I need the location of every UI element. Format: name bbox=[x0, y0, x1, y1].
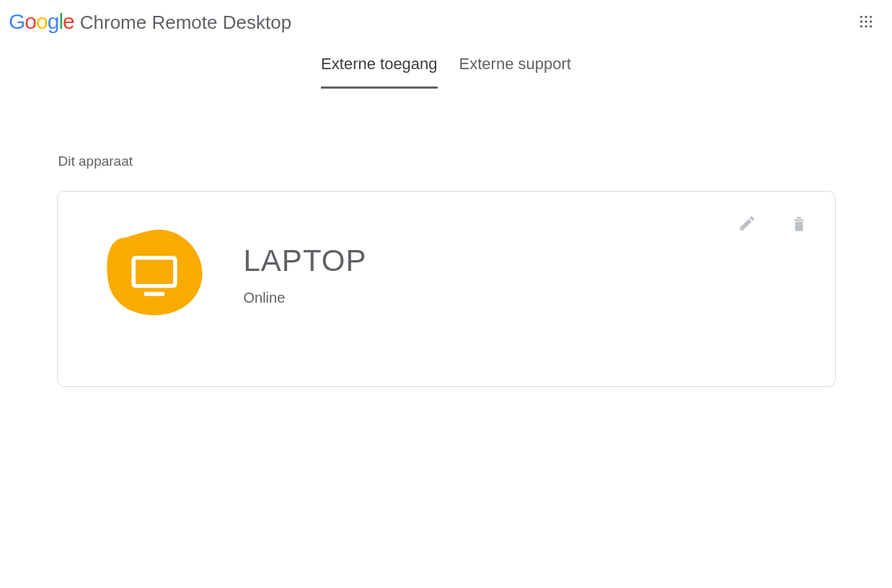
main-content: Dit apparaat LAPTOP Online bbox=[57, 89, 836, 387]
edit-button[interactable] bbox=[736, 212, 759, 235]
apps-grid-icon bbox=[859, 14, 873, 29]
pencil-icon bbox=[738, 214, 756, 233]
svg-point-6 bbox=[860, 25, 862, 27]
svg-point-3 bbox=[860, 20, 862, 22]
svg-point-2 bbox=[870, 16, 872, 18]
app-header: Google Chrome Remote Desktop bbox=[0, 0, 892, 42]
device-icon-wrap bbox=[101, 228, 209, 321]
tabs-nav: Externe toegang Externe support bbox=[0, 42, 892, 89]
section-heading: Dit apparaat bbox=[58, 153, 836, 169]
google-logo: Google bbox=[9, 9, 74, 34]
device-info: LAPTOP Online bbox=[244, 244, 792, 306]
app-title: Chrome Remote Desktop bbox=[80, 12, 291, 34]
tab-label: Externe support bbox=[459, 55, 571, 73]
svg-point-5 bbox=[870, 20, 872, 22]
svg-point-7 bbox=[865, 25, 867, 27]
svg-rect-10 bbox=[144, 292, 164, 296]
device-status: Online bbox=[244, 290, 792, 306]
trash-icon bbox=[790, 214, 808, 233]
tab-remote-access[interactable]: Externe toegang bbox=[321, 42, 437, 89]
device-name: LAPTOP bbox=[244, 244, 792, 278]
google-apps-button[interactable] bbox=[852, 7, 880, 36]
monitor-icon bbox=[101, 228, 209, 321]
svg-point-4 bbox=[865, 20, 867, 22]
svg-point-8 bbox=[870, 25, 872, 27]
device-card[interactable]: LAPTOP Online bbox=[57, 191, 836, 387]
tab-remote-support[interactable]: Externe support bbox=[459, 42, 571, 89]
logo-area: Google Chrome Remote Desktop bbox=[9, 9, 291, 34]
svg-point-1 bbox=[865, 16, 867, 18]
delete-button[interactable] bbox=[787, 212, 811, 235]
tab-label: Externe toegang bbox=[321, 55, 437, 73]
svg-point-0 bbox=[860, 16, 862, 18]
card-actions bbox=[736, 212, 811, 235]
